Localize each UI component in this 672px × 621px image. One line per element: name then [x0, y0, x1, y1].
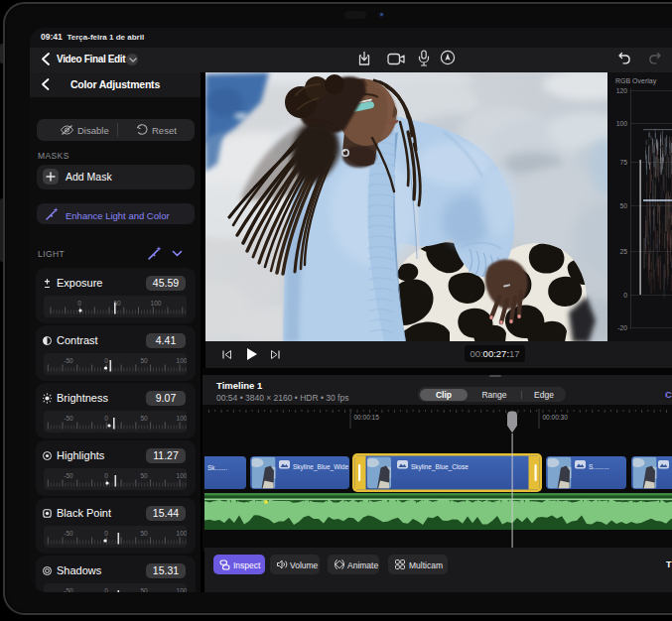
svg-text:-50: -50 [64, 415, 73, 422]
svg-text:0: 0 [104, 415, 108, 422]
svg-text:Sk.......: Sk....... [207, 464, 227, 471]
svg-text:100: 100 [151, 300, 162, 307]
svg-text:100: 100 [177, 530, 187, 537]
svg-text:100: 100 [177, 587, 187, 593]
svg-text:100: 100 [616, 120, 628, 127]
svg-text:RGB Overlay: RGB Overlay [615, 77, 657, 85]
svg-text:Skyline_Blue_Close: Skyline_Blue_Close [411, 463, 469, 471]
svg-text:50: 50 [619, 202, 627, 209]
svg-text:50: 50 [140, 530, 148, 537]
svg-text:50: 50 [140, 472, 148, 479]
svg-text:0: 0 [104, 587, 108, 593]
svg-text:75: 75 [619, 159, 627, 166]
svg-text:Skyline_Blue_Wide: Skyline_Blue_Wide [293, 463, 348, 471]
svg-text:100: 100 [177, 472, 187, 479]
svg-text:0: 0 [77, 300, 81, 307]
svg-text:0: 0 [104, 472, 108, 479]
svg-text:100: 100 [177, 357, 187, 364]
svg-text:120: 120 [616, 87, 628, 94]
svg-text:50: 50 [140, 415, 148, 422]
svg-text:S.........: S......... [589, 463, 609, 470]
svg-text:50: 50 [140, 357, 148, 364]
svg-text:0: 0 [104, 357, 108, 364]
svg-text:-50: -50 [64, 530, 73, 537]
svg-text:0: 0 [623, 292, 627, 299]
svg-text:-50: -50 [64, 357, 73, 364]
svg-text:-20: -20 [617, 324, 627, 331]
svg-text:100: 100 [177, 415, 187, 422]
svg-text:-50: -50 [64, 587, 73, 593]
svg-text:50: 50 [140, 587, 148, 593]
svg-text:25: 25 [619, 248, 627, 255]
svg-text:-50: -50 [64, 472, 73, 479]
svg-text:0: 0 [104, 530, 108, 537]
